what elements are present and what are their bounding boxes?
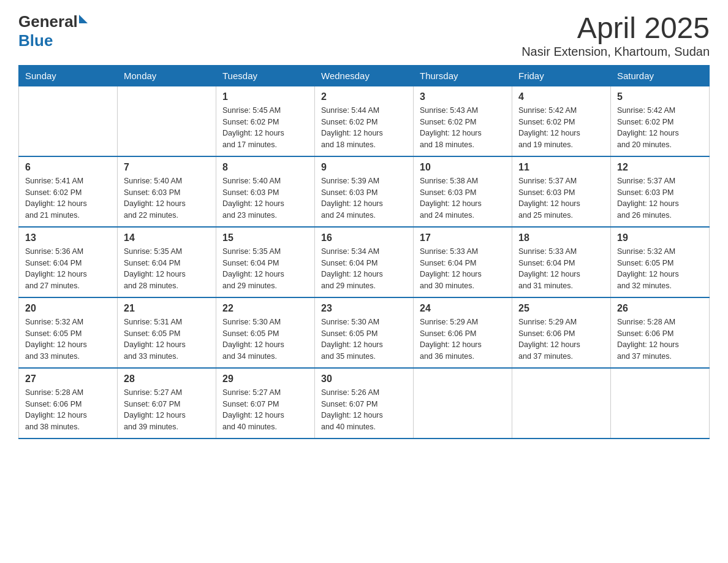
calendar-cell: 25Sunrise: 5:29 AM Sunset: 6:06 PM Dayli… <box>512 297 611 368</box>
day-info: Sunrise: 5:29 AM Sunset: 6:06 PM Dayligh… <box>518 316 604 362</box>
logo-blue: Blue <box>18 31 88 50</box>
day-info: Sunrise: 5:27 AM Sunset: 6:07 PM Dayligh… <box>124 387 210 433</box>
calendar-header-thursday: Thursday <box>414 65 512 86</box>
page-subtitle: Nasir Extension, Khartoum, Sudan <box>521 45 710 59</box>
day-number: 2 <box>321 91 407 102</box>
day-info: Sunrise: 5:40 AM Sunset: 6:03 PM Dayligh… <box>124 175 210 221</box>
day-number: 22 <box>222 303 308 314</box>
calendar-cell: 28Sunrise: 5:27 AM Sunset: 6:07 PM Dayli… <box>118 368 216 439</box>
day-info: Sunrise: 5:37 AM Sunset: 6:03 PM Dayligh… <box>518 175 604 221</box>
day-info: Sunrise: 5:29 AM Sunset: 6:06 PM Dayligh… <box>420 316 506 362</box>
day-info: Sunrise: 5:31 AM Sunset: 6:05 PM Dayligh… <box>124 316 210 362</box>
day-info: Sunrise: 5:42 AM Sunset: 6:02 PM Dayligh… <box>617 105 703 151</box>
calendar-cell: 3Sunrise: 5:43 AM Sunset: 6:02 PM Daylig… <box>414 86 512 156</box>
day-info: Sunrise: 5:42 AM Sunset: 6:02 PM Dayligh… <box>518 105 604 151</box>
day-info: Sunrise: 5:35 AM Sunset: 6:04 PM Dayligh… <box>222 246 308 292</box>
day-info: Sunrise: 5:28 AM Sunset: 6:06 PM Dayligh… <box>25 387 111 433</box>
day-number: 27 <box>25 373 111 385</box>
logo-arrow-icon <box>79 15 88 23</box>
day-number: 4 <box>518 91 604 102</box>
day-info: Sunrise: 5:44 AM Sunset: 6:02 PM Dayligh… <box>321 105 407 151</box>
calendar-cell: 17Sunrise: 5:33 AM Sunset: 6:04 PM Dayli… <box>414 227 512 297</box>
day-info: Sunrise: 5:30 AM Sunset: 6:05 PM Dayligh… <box>321 316 407 362</box>
day-info: Sunrise: 5:34 AM Sunset: 6:04 PM Dayligh… <box>321 246 407 292</box>
day-number: 14 <box>124 232 210 243</box>
calendar-cell: 9Sunrise: 5:39 AM Sunset: 6:03 PM Daylig… <box>315 156 414 227</box>
calendar-cell: 11Sunrise: 5:37 AM Sunset: 6:03 PM Dayli… <box>512 156 611 227</box>
day-info: Sunrise: 5:27 AM Sunset: 6:07 PM Dayligh… <box>222 387 308 433</box>
calendar-cell: 1Sunrise: 5:45 AM Sunset: 6:02 PM Daylig… <box>216 86 315 156</box>
calendar-cell <box>118 86 216 156</box>
day-number: 23 <box>321 303 407 314</box>
day-number: 28 <box>124 373 210 385</box>
day-info: Sunrise: 5:37 AM Sunset: 6:03 PM Dayligh… <box>617 175 703 221</box>
day-info: Sunrise: 5:33 AM Sunset: 6:04 PM Dayligh… <box>518 246 604 292</box>
day-number: 5 <box>617 91 703 102</box>
calendar-cell: 6Sunrise: 5:41 AM Sunset: 6:02 PM Daylig… <box>19 156 118 227</box>
day-number: 15 <box>222 232 308 243</box>
calendar-cell: 5Sunrise: 5:42 AM Sunset: 6:02 PM Daylig… <box>611 86 710 156</box>
day-number: 3 <box>420 91 506 102</box>
day-info: Sunrise: 5:39 AM Sunset: 6:03 PM Dayligh… <box>321 175 407 221</box>
calendar-header-tuesday: Tuesday <box>216 65 315 86</box>
day-number: 7 <box>124 162 210 173</box>
day-info: Sunrise: 5:33 AM Sunset: 6:04 PM Dayligh… <box>420 246 506 292</box>
calendar-cell: 8Sunrise: 5:40 AM Sunset: 6:03 PM Daylig… <box>216 156 315 227</box>
calendar-cell: 16Sunrise: 5:34 AM Sunset: 6:04 PM Dayli… <box>315 227 414 297</box>
day-info: Sunrise: 5:40 AM Sunset: 6:03 PM Dayligh… <box>222 175 308 221</box>
day-number: 17 <box>420 232 506 243</box>
logo: General Blue <box>18 12 88 50</box>
calendar-cell: 22Sunrise: 5:30 AM Sunset: 6:05 PM Dayli… <box>216 297 315 368</box>
day-number: 24 <box>420 303 506 314</box>
calendar-header-friday: Friday <box>512 65 611 86</box>
calendar-cell: 2Sunrise: 5:44 AM Sunset: 6:02 PM Daylig… <box>315 86 414 156</box>
day-number: 18 <box>518 232 604 243</box>
day-number: 21 <box>124 303 210 314</box>
day-info: Sunrise: 5:41 AM Sunset: 6:02 PM Dayligh… <box>25 175 111 221</box>
calendar-week-1: 1Sunrise: 5:45 AM Sunset: 6:02 PM Daylig… <box>19 86 710 156</box>
calendar-week-5: 27Sunrise: 5:28 AM Sunset: 6:06 PM Dayli… <box>19 368 710 439</box>
calendar-cell: 15Sunrise: 5:35 AM Sunset: 6:04 PM Dayli… <box>216 227 315 297</box>
calendar-week-2: 6Sunrise: 5:41 AM Sunset: 6:02 PM Daylig… <box>19 156 710 227</box>
day-info: Sunrise: 5:43 AM Sunset: 6:02 PM Dayligh… <box>420 105 506 151</box>
calendar-cell <box>512 368 611 439</box>
day-number: 29 <box>222 373 308 385</box>
calendar-cell: 27Sunrise: 5:28 AM Sunset: 6:06 PM Dayli… <box>19 368 118 439</box>
day-number: 25 <box>518 303 604 314</box>
calendar-cell: 10Sunrise: 5:38 AM Sunset: 6:03 PM Dayli… <box>414 156 512 227</box>
calendar-cell <box>19 86 118 156</box>
day-info: Sunrise: 5:45 AM Sunset: 6:02 PM Dayligh… <box>222 105 308 151</box>
day-number: 8 <box>222 162 308 173</box>
title-block: April 2025 Nasir Extension, Khartoum, Su… <box>521 12 710 59</box>
calendar-cell: 19Sunrise: 5:32 AM Sunset: 6:05 PM Dayli… <box>611 227 710 297</box>
calendar-cell: 4Sunrise: 5:42 AM Sunset: 6:02 PM Daylig… <box>512 86 611 156</box>
day-number: 1 <box>222 91 308 102</box>
day-number: 26 <box>617 303 703 314</box>
day-number: 16 <box>321 232 407 243</box>
logo-general: General <box>18 12 78 31</box>
day-number: 6 <box>25 162 111 173</box>
calendar-cell: 29Sunrise: 5:27 AM Sunset: 6:07 PM Dayli… <box>216 368 315 439</box>
calendar-header-monday: Monday <box>118 65 216 86</box>
day-number: 30 <box>321 373 407 385</box>
calendar-table: SundayMondayTuesdayWednesdayThursdayFrid… <box>18 65 710 439</box>
calendar-cell: 23Sunrise: 5:30 AM Sunset: 6:05 PM Dayli… <box>315 297 414 368</box>
day-info: Sunrise: 5:30 AM Sunset: 6:05 PM Dayligh… <box>222 316 308 362</box>
day-info: Sunrise: 5:32 AM Sunset: 6:05 PM Dayligh… <box>25 316 111 362</box>
day-info: Sunrise: 5:36 AM Sunset: 6:04 PM Dayligh… <box>25 246 111 292</box>
day-number: 13 <box>25 232 111 243</box>
calendar-week-4: 20Sunrise: 5:32 AM Sunset: 6:05 PM Dayli… <box>19 297 710 368</box>
page-title: April 2025 <box>521 12 710 45</box>
calendar-header-saturday: Saturday <box>611 65 710 86</box>
day-info: Sunrise: 5:35 AM Sunset: 6:04 PM Dayligh… <box>124 246 210 292</box>
calendar-cell: 14Sunrise: 5:35 AM Sunset: 6:04 PM Dayli… <box>118 227 216 297</box>
calendar-header-wednesday: Wednesday <box>315 65 414 86</box>
calendar-cell: 30Sunrise: 5:26 AM Sunset: 6:07 PM Dayli… <box>315 368 414 439</box>
calendar-cell <box>611 368 710 439</box>
day-info: Sunrise: 5:26 AM Sunset: 6:07 PM Dayligh… <box>321 387 407 433</box>
day-number: 20 <box>25 303 111 314</box>
calendar-cell: 13Sunrise: 5:36 AM Sunset: 6:04 PM Dayli… <box>19 227 118 297</box>
calendar-week-3: 13Sunrise: 5:36 AM Sunset: 6:04 PM Dayli… <box>19 227 710 297</box>
day-info: Sunrise: 5:28 AM Sunset: 6:06 PM Dayligh… <box>617 316 703 362</box>
calendar-cell: 24Sunrise: 5:29 AM Sunset: 6:06 PM Dayli… <box>414 297 512 368</box>
